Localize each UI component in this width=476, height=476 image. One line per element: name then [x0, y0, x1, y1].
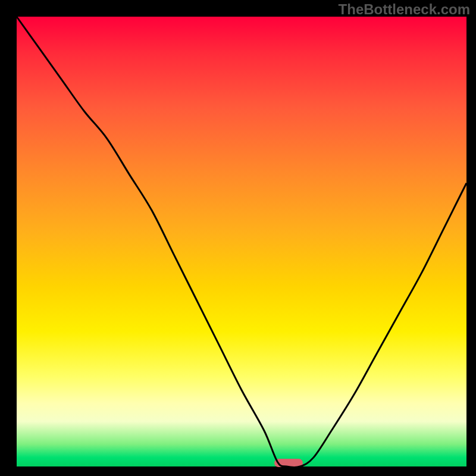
chart-container: TheBottleneck.com — [0, 0, 476, 476]
optimal-marker — [274, 459, 303, 467]
watermark-text: TheBottleneck.com — [339, 1, 470, 18]
plot-gradient-background — [17, 17, 466, 466]
